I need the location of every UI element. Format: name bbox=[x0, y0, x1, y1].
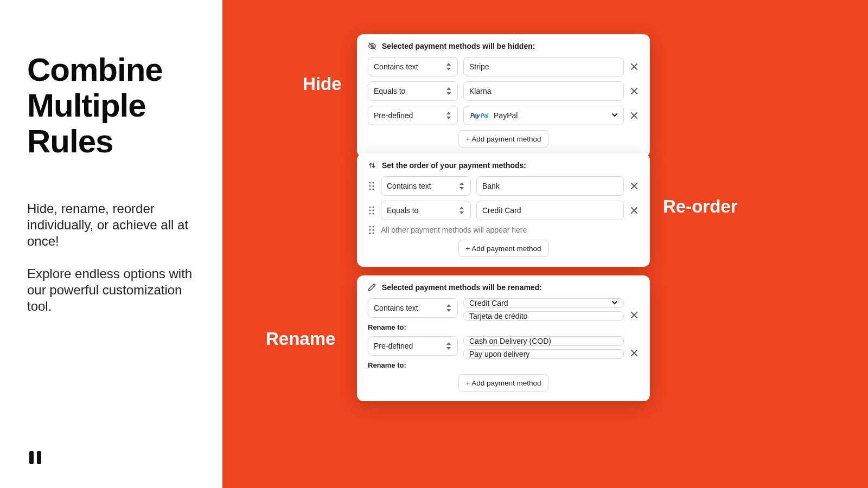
svg-point-18 bbox=[369, 206, 371, 208]
paypal-logo-icon: PayPal bbox=[469, 112, 489, 119]
select-sort-icon bbox=[458, 182, 465, 190]
select-sort-icon bbox=[445, 62, 452, 71]
drag-handle-icon[interactable] bbox=[368, 206, 375, 215]
remove-row-button[interactable] bbox=[629, 86, 639, 96]
label-reorder: Re-order bbox=[663, 196, 738, 217]
card-hide: Selected payment methods will be hidden:… bbox=[357, 34, 650, 157]
svg-point-26 bbox=[369, 226, 371, 227]
svg-point-23 bbox=[372, 213, 374, 214]
reorder-placeholder-row: All other payment methods will appear he… bbox=[368, 225, 639, 235]
arrows-updown-icon bbox=[368, 161, 376, 170]
svg-point-13 bbox=[372, 185, 374, 187]
condition-select[interactable]: Pre-defined bbox=[368, 336, 458, 356]
remove-row-button[interactable] bbox=[629, 310, 639, 320]
svg-point-14 bbox=[369, 188, 371, 190]
svg-point-30 bbox=[369, 232, 371, 234]
eye-off-icon bbox=[368, 42, 376, 50]
value-input[interactable]: Stripe bbox=[463, 57, 624, 76]
card-reorder: Set the order of your payment methods: C… bbox=[357, 153, 650, 267]
select-sort-icon bbox=[445, 111, 452, 120]
svg-point-31 bbox=[372, 232, 374, 234]
select-sort-icon bbox=[445, 87, 452, 95]
canvas: Hide Re-order Rename Selected payment me… bbox=[222, 0, 868, 488]
hide-row: Contains text Stripe bbox=[368, 57, 639, 76]
label-rename: Rename bbox=[266, 329, 335, 349]
rename-row: Contains text Rename to: Credit Card Tar… bbox=[368, 298, 639, 331]
svg-point-21 bbox=[372, 209, 374, 211]
condition-select[interactable]: Contains text bbox=[368, 298, 458, 318]
remove-row-button[interactable] bbox=[629, 348, 639, 358]
svg-point-28 bbox=[369, 229, 371, 230]
value-input[interactable]: Klarna bbox=[463, 81, 624, 101]
rename-to-label: Rename to: bbox=[368, 323, 458, 331]
svg-point-22 bbox=[369, 213, 371, 214]
condition-select[interactable]: Contains text bbox=[368, 57, 458, 76]
value-dropdown[interactable]: Credit Card bbox=[463, 298, 624, 308]
card-hide-header: Selected payment methods will be hidden: bbox=[368, 42, 639, 50]
add-payment-method-button[interactable]: + Add payment method bbox=[458, 240, 548, 257]
condition-select[interactable]: Contains text bbox=[381, 176, 471, 196]
pencil-icon bbox=[368, 283, 376, 292]
value-input[interactable]: Bank bbox=[476, 176, 624, 196]
svg-point-27 bbox=[372, 226, 374, 227]
page-description: Hide, rename, reorder individually, or a… bbox=[27, 201, 201, 314]
reorder-row: Equals to Credit Card bbox=[368, 201, 639, 220]
remove-row-button[interactable] bbox=[629, 181, 639, 191]
card-rename: Selected payment methods will be renamed… bbox=[357, 275, 650, 401]
brand-logo bbox=[27, 449, 44, 466]
svg-point-20 bbox=[369, 209, 371, 211]
page-title: Combine Multiple Rules bbox=[27, 52, 201, 159]
condition-select[interactable]: Pre-defined bbox=[368, 106, 458, 125]
drag-handle-icon[interactable] bbox=[368, 225, 375, 235]
svg-point-11 bbox=[372, 182, 374, 183]
condition-select[interactable]: Equals to bbox=[368, 81, 458, 101]
svg-point-10 bbox=[369, 182, 371, 183]
add-payment-method-button[interactable]: + Add payment method bbox=[458, 374, 548, 391]
remove-row-button[interactable] bbox=[629, 206, 639, 215]
value-input[interactable]: Credit Card bbox=[476, 201, 624, 220]
marketing-sidebar: Combine Multiple Rules Hide, rename, reo… bbox=[0, 0, 222, 488]
value-dropdown[interactable]: PayPal PayPal bbox=[463, 106, 624, 125]
svg-rect-0 bbox=[29, 451, 34, 464]
value-input[interactable]: Cash on Delivery (COD) bbox=[463, 336, 624, 346]
chevron-down-icon bbox=[611, 111, 618, 120]
label-hide: Hide bbox=[303, 74, 342, 94]
placeholder-text: All other payment methods will appear he… bbox=[381, 226, 527, 234]
chevron-down-icon bbox=[611, 299, 618, 307]
rename-to-input[interactable]: Tarjeta de crédito bbox=[463, 311, 624, 321]
svg-rect-1 bbox=[37, 451, 41, 464]
hide-row: Pre-defined PayPal PayPal bbox=[368, 106, 639, 125]
reorder-row: Contains text Bank bbox=[368, 176, 639, 196]
condition-select[interactable]: Equals to bbox=[381, 201, 471, 220]
card-rename-header: Selected payment methods will be renamed… bbox=[368, 283, 639, 292]
drag-handle-icon[interactable] bbox=[368, 181, 375, 191]
svg-point-15 bbox=[372, 188, 374, 190]
add-payment-method-button[interactable]: + Add payment method bbox=[458, 130, 548, 147]
remove-row-button[interactable] bbox=[629, 62, 639, 72]
svg-point-29 bbox=[372, 229, 374, 230]
rename-row: Pre-defined Rename to: Cash on Delivery … bbox=[368, 336, 639, 369]
select-sort-icon bbox=[445, 304, 452, 312]
svg-point-19 bbox=[372, 206, 374, 208]
remove-row-button[interactable] bbox=[629, 111, 639, 120]
select-sort-icon bbox=[458, 206, 465, 215]
rename-to-input[interactable]: Pay upon delivery bbox=[463, 349, 624, 359]
select-sort-icon bbox=[445, 342, 452, 350]
svg-point-12 bbox=[369, 185, 371, 187]
rename-to-label: Rename to: bbox=[368, 361, 458, 369]
hide-row: Equals to Klarna bbox=[368, 81, 639, 101]
card-reorder-header: Set the order of your payment methods: bbox=[368, 161, 639, 170]
